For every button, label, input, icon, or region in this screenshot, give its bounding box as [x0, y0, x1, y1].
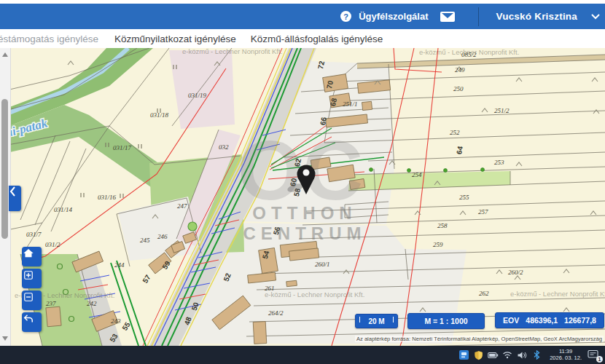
eov-coordinates: EOV 486396,1 126677,8: [495, 312, 604, 328]
scale-bar: 20 M: [355, 314, 398, 328]
svg-text:CENTRUM: CENTRUM: [243, 223, 367, 243]
svg-text:264/2: 264/2: [268, 309, 284, 317]
chevron-down-icon[interactable]: [590, 13, 601, 20]
scale-bracket: [359, 317, 394, 323]
system-tray: [458, 349, 542, 361]
zoom-out-button[interactable]: [22, 290, 42, 310]
svg-text:031/16: 031/16: [98, 194, 117, 201]
request-tabs: éstámogatás igénylése Közműnyilatkozat i…: [0, 29, 605, 49]
svg-text:242: 242: [87, 300, 97, 307]
svg-text:254: 254: [412, 171, 422, 178]
bluetooth-icon[interactable]: [531, 349, 542, 361]
zoom-in-icon: [22, 269, 35, 282]
cadastral-map[interactable]: e-közmű - Lechner Nonprofit Kft.e-közmű …: [0, 48, 605, 346]
volume-icon[interactable]: [516, 349, 528, 361]
notification-badge: 1: [596, 356, 603, 363]
eov-y-value: 126677,8: [564, 316, 596, 325]
e-kozmu-map-app: ? Ügyfélszolgálat Vucskó Krisztina éstám…: [0, 0, 605, 364]
scale-ratio-button[interactable]: M = 1 : 1000: [407, 313, 485, 329]
map-canvas[interactable]: e-közmű - Lechner Nonprofit Kft.e-közmű …: [0, 48, 605, 346]
svg-text:243: 243: [111, 317, 121, 325]
svg-text:251/2: 251/2: [494, 107, 510, 114]
scrollbar-thumb[interactable]: [1, 99, 8, 239]
taskbar: 11:39 2026. 03. 12. 1: [0, 346, 605, 364]
svg-text:031/7: 031/7: [26, 231, 42, 238]
svg-text:OTTHON: OTTHON: [252, 203, 356, 223]
svg-text:031/19: 031/19: [188, 92, 207, 99]
svg-text:245: 245: [140, 237, 150, 244]
collapse-panel-button[interactable]: [9, 186, 21, 211]
tab-tervezestamogatas[interactable]: éstámogatás igénylése: [0, 33, 98, 44]
svg-text:244: 244: [114, 261, 125, 269]
svg-text:251/1: 251/1: [343, 100, 358, 108]
tray-app-icon[interactable]: [458, 349, 469, 361]
svg-text:031/2: 031/2: [45, 241, 60, 248]
zoom-in-button[interactable]: [22, 269, 42, 288]
svg-text:247: 247: [177, 202, 187, 210]
svg-text:260/2: 260/2: [508, 269, 523, 276]
scale-ratio-label: M = 1 : 1000: [424, 317, 467, 325]
svg-text:031/18: 031/18: [150, 111, 169, 119]
svg-text:250: 250: [453, 85, 464, 92]
svg-text:257: 257: [478, 208, 488, 215]
svg-text:261: 261: [265, 285, 275, 292]
clock-date: 2026. 03. 12.: [550, 355, 582, 362]
home-icon: [22, 247, 35, 260]
wifi-icon[interactable]: [501, 349, 513, 361]
notification-center-button[interactable]: 1: [588, 349, 601, 361]
map-attribution: Az alaptérkép forrása: Nemzeti Térinform…: [355, 336, 604, 342]
eov-x-value: 486396,1: [526, 316, 558, 325]
svg-text:253: 253: [494, 159, 504, 166]
taskbar-clock[interactable]: 11:39 2026. 03. 12.: [550, 349, 582, 361]
help-icon[interactable]: ?: [340, 11, 351, 22]
svg-text:085/2: 085/2: [461, 51, 477, 58]
zoom-out-icon: [22, 290, 35, 304]
svg-text:e-közmű - Lechner Nonprofit Kf: e-közmű - Lechner Nonprofit Kft.: [265, 290, 364, 298]
help-link[interactable]: Ügyfélszolgálat: [359, 11, 428, 22]
svg-text:246: 246: [157, 233, 168, 240]
svg-text:237: 237: [46, 300, 56, 307]
scroll-down-icon[interactable]: [2, 336, 8, 341]
chevron-left-icon: [9, 186, 16, 197]
defender-shield-icon[interactable]: [472, 349, 484, 361]
mail-icon[interactable]: [440, 12, 455, 22]
scroll-up-icon[interactable]: [2, 52, 8, 57]
svg-text:260/1: 260/1: [315, 261, 330, 268]
user-menu[interactable]: Vucskó Krisztina: [496, 11, 577, 22]
svg-text:e-közmű - Lechner Nonprofit Kf: e-közmű - Lechner Nonprofit Kft.: [510, 290, 605, 298]
svg-text:031/17: 031/17: [113, 144, 132, 151]
svg-text:031/14: 031/14: [54, 206, 73, 213]
app-header: ? Ügyfélszolgálat Vucskó Krisztina: [0, 4, 605, 29]
tab-kozmunyilatkozat[interactable]: Közműnyilatkozat igénylése: [114, 33, 236, 44]
svg-text:032: 032: [219, 143, 229, 151]
home-button[interactable]: [22, 247, 42, 266]
header-divider: [478, 7, 479, 26]
svg-text:258: 258: [437, 222, 448, 229]
undo-button[interactable]: [22, 312, 42, 332]
battery-icon[interactable]: [487, 349, 499, 361]
svg-text:252: 252: [450, 129, 460, 136]
svg-text:259: 259: [433, 241, 443, 248]
svg-text:255: 255: [459, 194, 469, 201]
svg-text:e-közmű - Lechner Nonprofit Kf: e-közmű - Lechner Nonprofit Kft.: [182, 48, 282, 55]
undo-arrow-icon: [22, 312, 35, 325]
eov-label: EOV: [503, 316, 519, 325]
tab-kozmu-allasfoglalas[interactable]: Közmű-állásfoglalás igénylése: [251, 33, 383, 44]
svg-text:249: 249: [455, 66, 465, 74]
svg-text:262: 262: [479, 290, 489, 297]
